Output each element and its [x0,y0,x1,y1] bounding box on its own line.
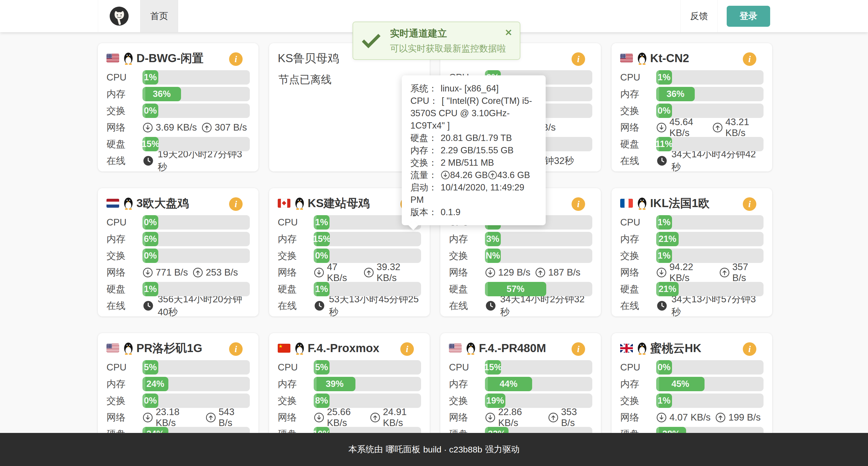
download-icon [143,267,153,278]
disk-progress-track: 11% [656,137,764,151]
upload-icon [370,412,380,423]
upload-icon [719,267,730,278]
stat-label-swap: 交换 [106,394,143,407]
stat-row-swap: 交换 0% [106,248,250,263]
upload-icon [202,122,212,133]
stat-row-disk: 硬盘 15% [106,137,250,151]
linux-tux-icon [294,341,305,355]
stat-label-disk: 硬盘 [106,138,143,151]
stat-row-swap: 交换 1% [620,248,764,263]
info-icon[interactable]: i [571,52,585,66]
stat-row-mem: 内存 45% [620,377,764,391]
cpu-progress-track: 0% [656,360,764,374]
disk-progress-track: 21% [656,282,764,296]
info-icon[interactable]: i [229,342,243,356]
net-upload-value: 199 B/s [728,412,761,423]
info-icon[interactable]: i [743,52,756,66]
stat-row-cpu: CPU 5% [278,360,421,374]
mem-progress-fill: 21% [656,232,679,246]
country-flag-ca-icon [278,199,290,208]
country-flag-gb-icon [620,344,633,353]
uptime-value: 53天13小时45分钟25秒 [329,293,421,319]
stat-label-cpu: CPU [106,217,143,228]
info-icon[interactable]: i [229,197,243,211]
stat-label-online: 在线 [620,155,656,167]
info-icon[interactable]: i [400,342,414,356]
stat-label-net: 网络 [620,411,656,424]
stat-row-net: 网络 4.07 KB/s 199 B/s [620,410,764,425]
info-icon[interactable]: i [743,197,756,211]
server-name: D-BWG-闲置 [136,51,204,66]
build-hash-link[interactable]: build · c23b88b [423,445,482,455]
stat-row-cpu: CPU 1% [278,215,421,230]
info-icon[interactable]: i [571,342,585,356]
card-header: Kt-CN2 [620,50,764,66]
stat-label-net: 网络 [620,121,656,134]
stat-row-net: 网络 47 KB/s 39.32 KB/s [278,265,421,279]
stat-label-disk: 硬盘 [278,283,314,296]
stat-row-swap: 交换 0% [620,104,764,118]
login-button[interactable]: 登录 [727,6,770,27]
mem-progress-track: 6% [143,232,250,246]
close-icon[interactable]: ✕ [505,27,512,38]
brand-logo[interactable] [98,0,140,32]
swap-progress-track: 0% [143,104,250,118]
swap-progress-fill: 0% [656,104,672,118]
info-icon[interactable]: i [229,52,243,66]
tab-home[interactable]: 首页 [140,0,178,32]
server-card: IKL法国1欧 i CPU 1% 内存 21% 交换 1% 网络 [612,188,772,317]
download-icon [314,412,324,423]
swap-progress-fill: 19% [485,394,505,408]
stat-row-swap: 交换 0% [278,248,421,263]
mem-progress-track: 24% [143,377,250,391]
clock-icon [314,300,325,311]
clock-icon [656,155,668,167]
tooltip-row: 系统：linux- [x86_64] [410,82,537,95]
net-upload-value: 307 B/s [215,122,247,133]
stat-row-net: 网络 3.69 KB/s 307 B/s [106,120,250,135]
net-download-value: 45.64 KB/s [670,116,708,138]
tooltip-value: 2.29 GB/15.55 GB [441,145,514,155]
mem-progress-fill: 6% [143,232,158,246]
server-name: 蜜桃云HK [650,340,701,356]
stat-row-swap: 交换 1% [620,394,764,408]
cpu-progress-track: 0% [143,215,250,230]
server-card: Kt-CN2 i CPU 1% 内存 36% 交换 0% 网络 [612,43,772,171]
linux-tux-icon [636,197,648,210]
server-name: KS鲁贝母鸡 [278,51,339,66]
cpu-progress-track: 1% [143,70,250,85]
stat-label-cpu: CPU [620,72,656,83]
swap-progress-fill: N% [485,248,501,263]
stat-row-mem: 内存 21% [620,232,764,246]
tooltip-traffic-down: 84.26 GB [450,170,488,180]
stat-label-cpu: CPU [620,217,656,228]
check-icon [361,31,381,51]
stat-label-mem: 内存 [106,88,143,101]
disk-progress-fill: 15% [143,137,159,151]
mem-progress-fill: 3% [485,232,501,246]
upload-icon [548,412,559,423]
stat-label-online: 在线 [278,299,314,312]
cpu-progress-track: 1% [656,70,764,85]
tooltip-label: 系统： [410,84,437,94]
mem-progress-fill: 24% [143,377,168,391]
country-flag-us-icon [449,344,462,353]
stat-row-mem: 内存 24% [106,377,250,391]
stat-row-mem: 内存 36% [620,87,764,101]
nezha-panel-link[interactable]: 哪吒面板 [386,443,420,455]
stat-label-disk: 硬盘 [620,138,656,151]
info-icon[interactable]: i [571,197,585,211]
server-card: D-BWG-闲置 i CPU 1% 内存 36% 交换 0% 网络 [98,43,258,171]
feedback-link[interactable]: 反馈 [680,0,718,32]
stat-label-net: 网络 [449,266,485,279]
uptime-value: 19天20小时27分钟3秒 [158,148,250,174]
stat-label-net: 网络 [278,266,314,279]
download-icon [656,412,667,423]
linux-tux-icon [123,341,134,355]
tooltip-row: 版本：0.1.9 [410,206,537,218]
info-icon[interactable]: i [743,342,756,356]
stat-label-cpu: CPU [278,362,314,373]
upload-icon [535,267,546,278]
stat-row-cpu: CPU 5% [106,360,250,374]
tooltip-row: 内存：2.29 GB/15.55 GB [410,144,537,157]
